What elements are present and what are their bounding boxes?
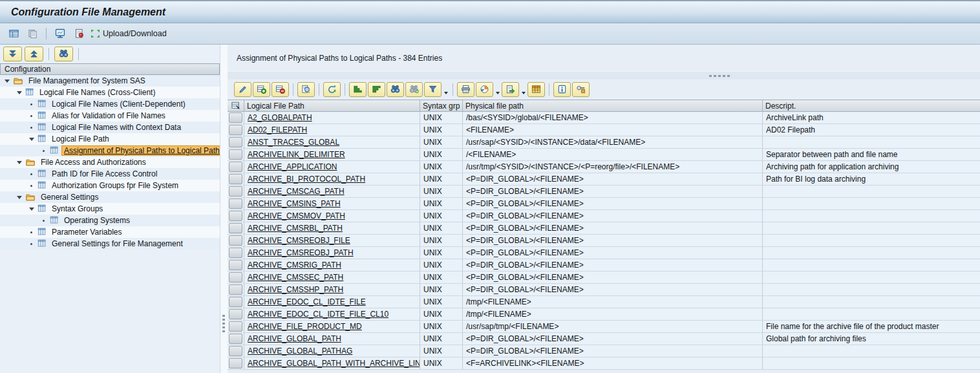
logical-file-path-link[interactable]: ARCHIVE_CMSRIG_PATH xyxy=(248,261,341,270)
row-selector[interactable] xyxy=(228,222,244,235)
logical-file-path-cell[interactable]: ARCHIVE_APPLICATION xyxy=(244,161,420,173)
logical-file-path-link[interactable]: AD02_FILEPATH xyxy=(248,125,307,134)
logical-file-path-cell[interactable]: ARCHIVE_CMSCAG_PATH xyxy=(244,186,420,198)
tree-item-label[interactable]: Alias for Validation of File Names xyxy=(50,111,167,120)
row-select-button[interactable] xyxy=(229,334,242,344)
tree-item-assignment-of-physical-paths-to-logical-paths[interactable]: Assignment of Physical Paths to Logical … xyxy=(0,145,220,156)
export-button[interactable] xyxy=(502,82,519,97)
tree-item-label[interactable]: Logical File Names with Context Data xyxy=(50,123,183,132)
row-select-button[interactable] xyxy=(229,309,242,319)
tree-item-authorization-groups-fpr-file-system[interactable]: Authorization Groups fpr File System xyxy=(0,180,220,191)
splitter-grip-icon[interactable] xyxy=(222,315,225,332)
row-select-button[interactable] xyxy=(229,346,242,356)
logical-file-path-cell[interactable]: ARCHIVE_CMSRIG_PATH xyxy=(244,259,420,272)
layout-button[interactable] xyxy=(527,82,545,97)
row-selector[interactable] xyxy=(228,210,244,222)
select-all-button[interactable] xyxy=(228,100,244,111)
row-selector[interactable] xyxy=(228,186,244,198)
row-selector[interactable] xyxy=(228,357,244,370)
column-header-descript[interactable]: Descript. xyxy=(763,100,980,111)
horizontal-splitter[interactable] xyxy=(228,71,980,80)
expand-arrow-icon[interactable] xyxy=(27,208,36,211)
row-selector[interactable] xyxy=(228,308,244,321)
find-button[interactable] xyxy=(387,82,404,97)
logical-file-path-cell[interactable]: ARCHIVE_GLOBAL_PATHAG xyxy=(244,345,420,357)
collapse-all-button[interactable] xyxy=(25,47,43,61)
logical-file-path-link[interactable]: ARCHIVE_CMSCAG_PATH xyxy=(248,187,345,196)
logical-file-path-cell[interactable]: ARCHIVE_EDOC_CL_IDTE_FILE_CL10 xyxy=(244,308,420,321)
expand-arrow-icon[interactable] xyxy=(27,138,36,141)
logical-file-path-cell[interactable]: ARCHIVE_EDOC_CL_IDTE_FILE xyxy=(244,296,420,308)
logical-file-path-link[interactable]: ARCHIVE_FILE_PRODUCT_MD xyxy=(248,322,362,331)
tree-item-path-id-for-file-access-control[interactable]: Path ID for File Access Control xyxy=(0,168,220,180)
logical-file-path-cell[interactable]: ARCHIVE_CMSREOBJ_PATH xyxy=(244,247,420,259)
row-selector[interactable] xyxy=(228,235,244,247)
tree-item-logical-file-names-client-dependent[interactable]: Logical File Names (Client-Dependent) xyxy=(0,98,220,110)
logical-file-path-cell[interactable]: AD02_FILEPATH xyxy=(244,124,420,136)
logical-file-path-cell[interactable]: ARCHIVE_CMSREOBJ_FILE xyxy=(244,235,420,247)
logical-file-path-cell[interactable]: ARCHIVE_CMSMOV_PATH xyxy=(244,210,420,222)
row-selector[interactable] xyxy=(228,321,244,333)
logical-file-path-link[interactable]: ARCHIVE_CMSSEC_PATH xyxy=(248,273,343,282)
tree-item-label[interactable]: General Settings for File Management xyxy=(50,239,185,248)
logical-file-path-link[interactable]: ARCHIVE_CMSRBL_PATH xyxy=(248,224,343,233)
views-dropdown[interactable] xyxy=(495,82,500,97)
tree-item-label[interactable]: Path ID for File Access Control xyxy=(50,169,159,178)
row-select-button[interactable] xyxy=(229,112,242,123)
row-select-button[interactable] xyxy=(229,272,242,282)
verify-seal-button[interactable] xyxy=(71,27,87,41)
logical-file-path-link[interactable]: ARCHIVE_GLOBAL_PATHAG xyxy=(248,346,352,356)
logical-file-path-link[interactable]: ARCHIVE_APPLICATION xyxy=(248,162,337,171)
row-selector[interactable] xyxy=(228,198,244,210)
logical-file-path-cell[interactable]: A2_GLOBALPATH xyxy=(244,112,420,124)
splitter-grip-icon[interactable] xyxy=(709,75,730,77)
logical-file-path-link[interactable]: ARCHIVE_CMSREOBJ_FILE xyxy=(248,236,350,245)
logical-file-path-link[interactable]: ARCHIVE_CMSSHP_PATH xyxy=(248,285,343,294)
logical-file-path-cell[interactable]: ARCHIVELINK_DELIMITER xyxy=(244,149,420,161)
tree-item-general-settings[interactable]: General Settings xyxy=(0,191,220,203)
logical-file-path-link[interactable]: ARCHIVE_CMSREOBJ_PATH xyxy=(248,248,354,257)
logical-file-path-cell[interactable]: ARCHIVE_GLOBAL_PATH xyxy=(244,333,420,345)
tree-item-logical-file-names-with-context-data[interactable]: Logical File Names with Context Data xyxy=(0,122,220,133)
upload-download-button[interactable]: Upload/Download xyxy=(90,27,169,41)
logical-file-path-cell[interactable]: ARCHIVE_BI_PROTOCOL_PATH xyxy=(244,173,420,186)
logical-file-path-link[interactable]: ARCHIVE_GLOBAL_PATH xyxy=(248,334,341,343)
logical-file-path-link[interactable]: ARCHIVE_BI_PROTOCOL_PATH xyxy=(248,175,365,184)
expand-all-button[interactable] xyxy=(3,47,22,61)
row-selector[interactable] xyxy=(228,173,244,186)
logical-file-path-link[interactable]: A2_GLOBALPATH xyxy=(248,113,312,122)
row-select-button[interactable] xyxy=(229,358,242,368)
row-select-button[interactable] xyxy=(229,235,242,246)
tree-item-label[interactable]: Parameter Variables xyxy=(50,228,124,237)
tree-item-syntax-groups[interactable]: Syntax Groups xyxy=(0,203,220,215)
row-select-button[interactable] xyxy=(229,149,242,160)
row-select-button[interactable] xyxy=(229,162,242,172)
find-next-button[interactable] xyxy=(405,82,423,97)
row-select-button[interactable] xyxy=(229,248,242,258)
choose-display-button[interactable] xyxy=(6,27,21,41)
tree-item-file-management-for-system-sas[interactable]: File Management for System SAS xyxy=(0,75,220,87)
logical-file-path-link[interactable]: ARCHIVE_CMSINS_PATH xyxy=(248,199,341,208)
information-button[interactable] xyxy=(553,82,571,97)
tree-item-label[interactable]: Logical File Path xyxy=(50,134,111,144)
logical-file-path-cell[interactable]: ARCHIVE_GLOBAL_PATH_WITH_ARCHIVE_LINK xyxy=(244,357,420,370)
column-header-physical-file-path[interactable]: Physical file path xyxy=(463,100,763,111)
row-select-button[interactable] xyxy=(229,223,242,233)
tree-item-alias-for-validation-of-file-names[interactable]: Alias for Validation of File Names xyxy=(0,110,220,122)
row-select-button[interactable] xyxy=(229,186,242,197)
logical-file-path-cell[interactable]: ARCHIVE_CMSSHP_PATH xyxy=(244,284,420,296)
column-header-syntax-grp[interactable]: Syntax grp xyxy=(420,100,463,111)
set-filter-button[interactable] xyxy=(424,82,442,97)
tree-item-label[interactable]: Syntax Groups xyxy=(50,204,105,213)
row-select-button[interactable] xyxy=(229,211,242,221)
expand-arrow-icon[interactable] xyxy=(3,80,11,83)
row-selector[interactable] xyxy=(228,259,244,272)
tree-item-logical-file-path[interactable]: Logical File Path xyxy=(0,133,220,145)
row-selector[interactable] xyxy=(228,149,244,161)
tree-item-label[interactable]: Logical File Names (Client-Dependent) xyxy=(50,100,187,109)
row-select-button[interactable] xyxy=(229,260,242,270)
views-button[interactable] xyxy=(476,82,493,97)
row-selector[interactable] xyxy=(228,124,244,136)
logical-file-path-cell[interactable]: ARCHIVE_CMSINS_PATH xyxy=(244,198,420,210)
expand-arrow-icon[interactable] xyxy=(15,91,23,94)
